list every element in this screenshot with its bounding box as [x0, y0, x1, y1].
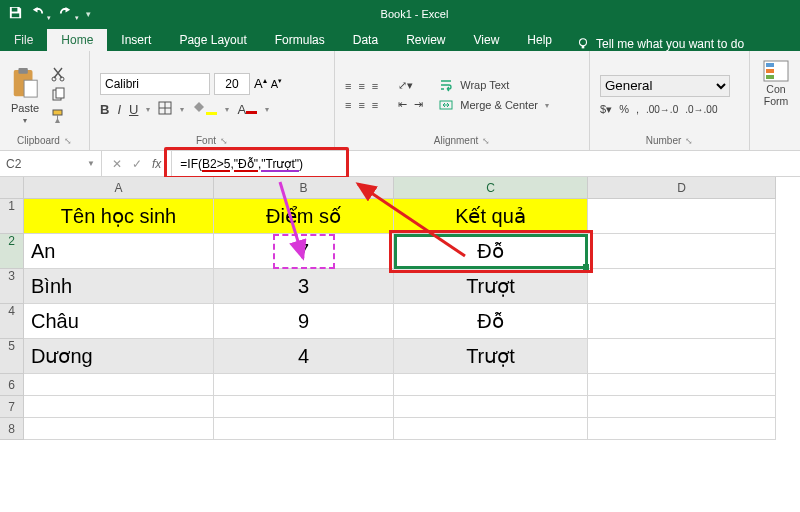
svg-rect-15 [766, 63, 774, 67]
cell-d3[interactable] [588, 269, 776, 304]
cell-a4[interactable]: Châu [24, 304, 214, 339]
tab-home[interactable]: Home [47, 29, 107, 51]
ribbon: Paste ▾ Clipboard⤡ A▴ A▾ B [0, 51, 800, 151]
copy-icon[interactable] [50, 87, 66, 103]
col-header-c[interactable]: C [394, 177, 588, 199]
cell-c2[interactable]: Đỗ [394, 234, 588, 269]
row-header-1[interactable]: 1 [0, 199, 24, 234]
worksheet[interactable]: A B C D 1 Tên học sinh Điểm số Kết quả 2… [0, 177, 800, 440]
cell-b2[interactable]: 7 [214, 234, 394, 269]
increase-indent-icon[interactable]: ⇥ [414, 98, 423, 111]
tab-help[interactable]: Help [513, 29, 566, 51]
font-name-input[interactable] [100, 73, 210, 95]
col-header-b[interactable]: B [214, 177, 394, 199]
tab-page-layout[interactable]: Page Layout [165, 29, 260, 51]
align-right-icon[interactable]: ≡ [372, 99, 378, 111]
cell-d6[interactable] [588, 374, 776, 396]
qat-customize-icon[interactable]: ▾ [86, 9, 91, 19]
cell-b8[interactable] [214, 418, 394, 440]
conditional-formatting-button[interactable]: Con Form [760, 55, 788, 107]
increase-decimal-icon[interactable]: .00→.0 [646, 104, 678, 115]
format-painter-icon[interactable] [50, 108, 66, 124]
align-top-icon[interactable]: ≡ [345, 80, 351, 92]
select-all-corner[interactable] [0, 177, 24, 199]
number-format-select[interactable]: General [600, 75, 730, 97]
cell-b7[interactable] [214, 396, 394, 418]
decrease-font-icon[interactable]: A▾ [271, 77, 282, 90]
cell-d1[interactable] [588, 199, 776, 234]
cell-c3[interactable]: Trượt [394, 269, 588, 304]
cell-c4[interactable]: Đỗ [394, 304, 588, 339]
col-header-a[interactable]: A [24, 177, 214, 199]
cell-a3[interactable]: Bình [24, 269, 214, 304]
align-middle-icon[interactable]: ≡ [358, 80, 364, 92]
svg-rect-0 [12, 8, 18, 12]
cell-d5[interactable] [588, 339, 776, 374]
cell-c7[interactable] [394, 396, 588, 418]
font-color-button[interactable]: A [237, 102, 257, 117]
row-header-6[interactable]: 6 [0, 374, 24, 396]
tab-insert[interactable]: Insert [107, 29, 165, 51]
wrap-text-button[interactable]: Wrap Text [439, 78, 549, 92]
comma-button[interactable]: , [636, 103, 639, 115]
tab-formulas[interactable]: Formulas [261, 29, 339, 51]
cell-b6[interactable] [214, 374, 394, 396]
cell-b5[interactable]: 4 [214, 339, 394, 374]
fill-color-button[interactable] [192, 101, 217, 118]
cell-d4[interactable] [588, 304, 776, 339]
row-header-4[interactable]: 4 [0, 304, 24, 339]
accept-formula-icon[interactable]: ✓ [132, 157, 142, 171]
cell-c5[interactable]: Trượt [394, 339, 588, 374]
borders-button[interactable] [158, 101, 172, 118]
align-left-icon[interactable]: ≡ [345, 99, 351, 111]
align-center-icon[interactable]: ≡ [358, 99, 364, 111]
row-header-7[interactable]: 7 [0, 396, 24, 418]
cell-a1[interactable]: Tên học sinh [24, 199, 214, 234]
cell-b4[interactable]: 9 [214, 304, 394, 339]
italic-button[interactable]: I [117, 102, 121, 117]
row-header-5[interactable]: 5 [0, 339, 24, 374]
paste-button[interactable]: Paste ▾ [10, 66, 40, 125]
decrease-decimal-icon[interactable]: .0→.00 [685, 104, 717, 115]
fx-icon[interactable]: fx [152, 157, 161, 171]
cell-b1[interactable]: Điểm số [214, 199, 394, 234]
undo-icon[interactable] [30, 5, 51, 22]
formula-input[interactable]: =IF(B2>5,"Đỗ","Trượt") [172, 151, 800, 176]
cut-icon[interactable] [50, 66, 66, 82]
cell-a8[interactable] [24, 418, 214, 440]
cell-d8[interactable] [588, 418, 776, 440]
cell-d7[interactable] [588, 396, 776, 418]
cell-d2[interactable] [588, 234, 776, 269]
row-header-2[interactable]: 2 [0, 234, 24, 269]
tab-review[interactable]: Review [392, 29, 459, 51]
row-header-3[interactable]: 3 [0, 269, 24, 304]
font-size-input[interactable] [214, 73, 250, 95]
currency-button[interactable]: $▾ [600, 103, 612, 116]
cell-a5[interactable]: Dương [24, 339, 214, 374]
cell-a7[interactable] [24, 396, 214, 418]
cell-c6[interactable] [394, 374, 588, 396]
cell-a2[interactable]: An [24, 234, 214, 269]
tab-view[interactable]: View [460, 29, 514, 51]
name-box[interactable]: C2 ▼ [0, 151, 102, 176]
tell-me-search[interactable]: Tell me what you want to do [566, 37, 754, 51]
bold-button[interactable]: B [100, 102, 109, 117]
redo-icon[interactable] [58, 5, 79, 22]
decrease-indent-icon[interactable]: ⇤ [398, 98, 407, 111]
cell-b3[interactable]: 3 [214, 269, 394, 304]
col-header-d[interactable]: D [588, 177, 776, 199]
cell-a6[interactable] [24, 374, 214, 396]
underline-button[interactable]: U [129, 102, 138, 117]
percent-button[interactable]: % [619, 103, 629, 115]
tab-data[interactable]: Data [339, 29, 392, 51]
tab-file[interactable]: File [0, 29, 47, 51]
increase-font-icon[interactable]: A▴ [254, 76, 267, 91]
row-header-8[interactable]: 8 [0, 418, 24, 440]
cell-c8[interactable] [394, 418, 588, 440]
save-icon[interactable] [8, 5, 23, 22]
merge-center-button[interactable]: Merge & Center ▾ [439, 98, 549, 112]
orientation-icon[interactable]: ⤢▾ [398, 79, 413, 92]
cancel-formula-icon[interactable]: ✕ [112, 157, 122, 171]
align-bottom-icon[interactable]: ≡ [372, 80, 378, 92]
cell-c1[interactable]: Kết quả [394, 199, 588, 234]
